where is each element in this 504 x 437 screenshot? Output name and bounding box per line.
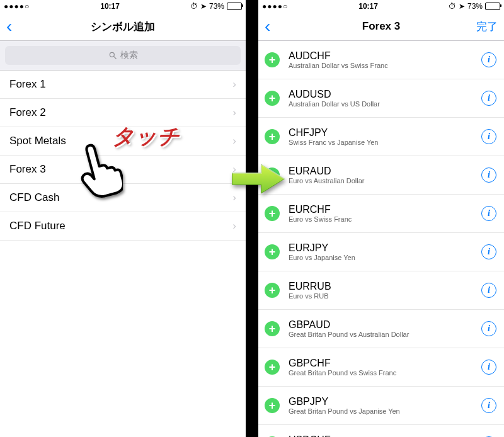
search-placeholder: 検索 (120, 50, 138, 61)
info-button[interactable]: i (481, 52, 496, 67)
chevron-right-icon: › (232, 163, 236, 176)
symbol-text: EURAUDEuro vs Australian Dollar (289, 166, 481, 184)
symbol-code: EURCHF (289, 204, 481, 215)
category-row[interactable]: Forex 1› (0, 71, 246, 99)
symbol-code: AUDUSD (289, 89, 481, 100)
category-row[interactable]: CFD Cash› (0, 184, 246, 212)
symbol-desc: Great Britan Pound vs Japanise Yen (289, 407, 481, 415)
symbol-code: EURAUD (289, 166, 481, 177)
symbol-text: AUDCHFAustralian Dollar vs Swiss Franc (289, 50, 481, 69)
category-row[interactable]: CFD Future› (0, 212, 246, 241)
symbol-desc: Australian Dollar vs Swiss Franc (289, 62, 481, 69)
status-bar: ●●●●○ 10:17 ⏱ ➤ 73% (258, 0, 504, 13)
symbol-desc: Euro vs RUB (289, 292, 481, 300)
symbol-desc: Great Britan Pound vs Swiss Franc (289, 369, 481, 377)
add-button[interactable]: + (265, 244, 280, 259)
symbol-code: GBPCHF (289, 358, 481, 369)
category-row[interactable]: Spot Metals› (0, 127, 246, 156)
add-button[interactable]: + (265, 283, 280, 298)
alarm-icon: ⏱ (190, 2, 198, 11)
symbol-desc: Euro vs Swiss Franc (289, 215, 481, 223)
chevron-right-icon: › (232, 191, 236, 204)
symbol-row: +AUDCHFAustralian Dollar vs Swiss Franci (258, 41, 504, 79)
symbol-row: +EURRUBEuro vs RUBi (258, 271, 504, 310)
add-button[interactable]: + (265, 52, 280, 67)
category-label: CFD Cash (9, 191, 59, 204)
symbol-text: EURRUBEuro vs RUB (289, 281, 481, 300)
add-button[interactable]: + (265, 206, 280, 221)
symbol-code: EURRUB (289, 281, 481, 292)
chevron-left-icon: ‹ (265, 18, 270, 35)
info-button[interactable]: i (481, 206, 496, 221)
signal-icon: ●●●●○ (4, 2, 30, 11)
chevron-right-icon: › (232, 220, 236, 232)
status-bar: ●●●●○ 10:17 ⏱ ➤ 73% (0, 0, 246, 13)
symbol-text: AUDUSDAustralian Dollar vs US Dollar (289, 89, 481, 108)
symbol-text: GBPAUDGreat Britan Pound vs Australian D… (289, 319, 481, 338)
category-label: CFD Future (9, 220, 66, 232)
symbol-text: GBPJPYGreat Britan Pound vs Japanise Yen (289, 396, 481, 415)
symbol-list: +AUDCHFAustralian Dollar vs Swiss Franci… (258, 41, 504, 437)
battery-percent: 73% (209, 2, 224, 11)
symbol-text: USDCHFUS Dollar vs Swiss Franc (289, 434, 481, 437)
symbol-code: GBPJPY (289, 396, 481, 407)
page-title: シンボル追加 (91, 20, 155, 34)
done-button[interactable]: 完了 (470, 13, 504, 40)
symbol-row: +EURCHFEuro vs Swiss Franci (258, 195, 504, 233)
category-list: Forex 1›Forex 2›Spot Metals›Forex 3›CFD … (0, 71, 246, 437)
back-button[interactable]: ‹ (258, 13, 277, 40)
symbol-code: CHFJPY (289, 127, 481, 139)
symbol-row: +EURJPYEuro vs Japanise Yeni (258, 233, 504, 271)
svg-point-0 (110, 52, 114, 57)
chevron-right-icon: › (232, 106, 236, 119)
symbol-desc: Swiss Franc vs Japanise Yen (289, 139, 481, 146)
add-button[interactable]: + (265, 91, 280, 106)
symbol-code: AUDCHF (289, 50, 481, 62)
location-icon: ➤ (200, 2, 207, 11)
info-button[interactable]: i (481, 283, 496, 298)
category-label: Forex 2 (9, 106, 46, 119)
add-button[interactable]: + (265, 321, 280, 336)
symbol-row: +AUDUSDAustralian Dollar vs US Dollari (258, 79, 504, 118)
battery-icon (485, 3, 500, 10)
symbol-code: USDCHF (289, 434, 481, 437)
symbol-row: +CHFJPYSwiss Franc vs Japanise Yeni (258, 118, 504, 156)
search-input[interactable]: 検索 (5, 46, 241, 65)
category-row[interactable]: Forex 3› (0, 156, 246, 184)
category-label: Spot Metals (9, 135, 66, 147)
symbol-row: +GBPAUDGreat Britan Pound vs Australian … (258, 310, 504, 348)
category-row[interactable]: Forex 2› (0, 99, 246, 127)
info-button[interactable]: i (481, 244, 496, 259)
symbol-row: +USDCHFUS Dollar vs Swiss Franci (258, 425, 504, 437)
symbol-row: +EURAUDEuro vs Australian Dollari (258, 156, 504, 195)
symbol-desc: Great Britan Pound vs Australian Dollar (289, 331, 481, 338)
add-button[interactable]: + (265, 360, 280, 375)
page-title: Forex 3 (362, 20, 400, 33)
battery-percent: 73% (467, 2, 483, 11)
symbol-row: +GBPCHFGreat Britan Pound vs Swiss Franc… (258, 348, 504, 387)
battery-icon (227, 3, 242, 10)
info-button[interactable]: i (481, 360, 496, 375)
navbar: ‹ Forex 3 完了 (258, 13, 504, 41)
info-button[interactable]: i (481, 321, 496, 336)
back-button[interactable]: ‹ (0, 13, 18, 40)
search-icon (108, 51, 117, 60)
category-label: Forex 1 (9, 78, 46, 91)
chevron-right-icon: › (232, 135, 236, 147)
status-time: 10:17 (288, 2, 449, 11)
symbol-row: +GBPJPYGreat Britan Pound vs Japanise Ye… (258, 387, 504, 425)
info-button[interactable]: i (481, 167, 496, 183)
screen-divider (246, 0, 258, 437)
add-button[interactable]: + (265, 167, 280, 183)
chevron-right-icon: › (232, 78, 236, 91)
search-container: 検索 (0, 41, 246, 71)
add-button[interactable]: + (265, 129, 280, 144)
screen-symbol-list: ●●●●○ 10:17 ⏱ ➤ 73% ‹ Forex 3 完了 +AUDCHF… (258, 0, 504, 437)
symbol-desc: Euro vs Japanise Yen (289, 254, 481, 261)
info-button[interactable]: i (481, 129, 496, 144)
add-button[interactable]: + (265, 398, 280, 413)
info-button[interactable]: i (481, 91, 496, 106)
alarm-icon: ⏱ (449, 2, 456, 11)
status-time: 10:17 (30, 2, 190, 11)
info-button[interactable]: i (481, 398, 496, 413)
